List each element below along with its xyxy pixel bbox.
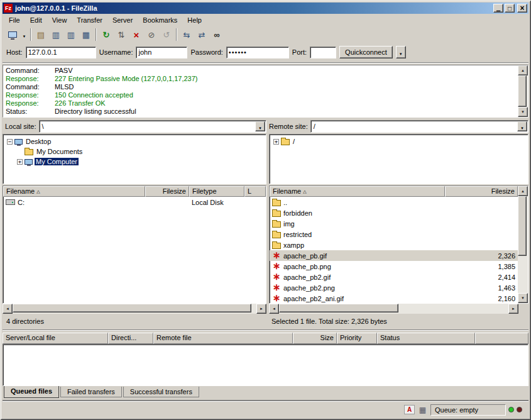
tab-successful-transfers[interactable]: Successful transfers xyxy=(123,387,199,397)
minimize-button[interactable] xyxy=(493,4,503,13)
filezilla-logo-icon: Fz xyxy=(4,4,13,13)
expand-icon[interactable] xyxy=(273,139,279,145)
column-filesize[interactable]: Filesize xyxy=(145,186,189,197)
log-line-text: 226 Transfer OK xyxy=(55,99,106,108)
file-row-apache-pb2-png[interactable]: apache_pb2.png 1,463 xyxy=(270,282,518,293)
local-file-list: Filename Filesize Filetype L C: Local Di… xyxy=(3,185,266,304)
directory-comparison-button[interactable] xyxy=(179,28,194,41)
menu-help[interactable]: Help xyxy=(182,15,207,25)
refresh-button[interactable] xyxy=(99,28,114,41)
synchronized-browsing-button[interactable] xyxy=(194,28,209,41)
column-server-local-file[interactable]: Server/Local file xyxy=(3,333,108,344)
scroll-track[interactable] xyxy=(279,304,508,314)
tree-item-root[interactable]: / xyxy=(271,136,527,146)
column-priority[interactable]: Priority xyxy=(337,333,377,344)
remote-site-dropdown-button[interactable] xyxy=(517,121,527,131)
column-size[interactable]: Size xyxy=(293,333,337,344)
file-row-apache-pb-png[interactable]: apache_pb.png 1,385 xyxy=(270,261,518,272)
file-name: apache_pb.png xyxy=(283,263,331,270)
quickconnect-button[interactable]: Quickconnect xyxy=(339,46,393,58)
local-site-combo[interactable]: \ xyxy=(39,120,266,133)
scroll-track[interactable] xyxy=(13,304,256,314)
close-icon xyxy=(520,4,524,13)
find-files-button[interactable] xyxy=(209,28,224,41)
tab-queued-files[interactable]: Queued files xyxy=(4,386,59,398)
site-manager-button[interactable] xyxy=(5,28,20,41)
file-row-apache-pb-gif[interactable]: apache_pb.gif 2,326 xyxy=(270,250,518,261)
local-site-row: Local site: \ xyxy=(3,120,266,133)
queue-body[interactable] xyxy=(3,344,528,386)
menu-transfer[interactable]: Transfer xyxy=(72,15,107,25)
toggle-message-log-button[interactable] xyxy=(33,28,48,41)
toggle-queue-button[interactable] xyxy=(79,28,94,41)
file-row-c-drive[interactable]: C: Local Disk xyxy=(3,197,266,207)
scroll-left-button[interactable] xyxy=(3,304,13,314)
password-input[interactable] xyxy=(226,47,289,58)
file-row-parent-dir[interactable]: .. xyxy=(270,197,518,207)
column-filetype[interactable]: Filetype xyxy=(189,186,244,197)
username-input[interactable] xyxy=(136,47,187,58)
tree-item-my-documents[interactable]: My Documents xyxy=(4,146,265,157)
disconnect-button[interactable] xyxy=(144,28,159,41)
scroll-thumb[interactable] xyxy=(518,75,527,107)
tree-item-desktop[interactable]: Desktop xyxy=(4,136,265,146)
column-remote-file[interactable]: Remote file xyxy=(153,333,293,344)
site-manager-dropdown-button[interactable] xyxy=(20,28,28,41)
process-queue-button[interactable] xyxy=(114,28,129,41)
local-site-dropdown-button[interactable] xyxy=(255,121,265,131)
file-row-apache-pb2-ani-gif[interactable]: apache_pb2_ani.gif 2,160 xyxy=(270,293,518,303)
tab-failed-transfers[interactable]: Failed transfers xyxy=(60,387,122,397)
menu-server[interactable]: Server xyxy=(107,15,138,25)
scroll-up-button[interactable] xyxy=(518,65,528,75)
local-list-hscrollbar[interactable] xyxy=(3,304,266,314)
file-row-apache-pb2-gif[interactable]: apache_pb2.gif 2,414 xyxy=(270,272,518,282)
close-button[interactable] xyxy=(517,4,527,13)
scroll-thumb[interactable] xyxy=(13,304,251,312)
scroll-thumb[interactable] xyxy=(518,196,527,256)
file-row-restricted[interactable]: restricted xyxy=(270,229,518,240)
minimize-icon xyxy=(496,5,500,11)
scroll-left-button[interactable] xyxy=(269,304,279,314)
menu-view[interactable]: View xyxy=(47,15,72,25)
column-direction[interactable]: Directi... xyxy=(108,333,153,344)
ascii-transfer-type-icon[interactable]: A xyxy=(404,405,415,414)
remote-list-hscrollbar[interactable] xyxy=(269,304,518,314)
column-last-modified[interactable]: L xyxy=(244,186,266,197)
host-input[interactable] xyxy=(26,47,96,58)
log-scrollbar[interactable] xyxy=(518,65,528,117)
file-size: 1,463 xyxy=(445,284,518,292)
scroll-down-button[interactable] xyxy=(518,293,528,303)
scroll-right-button[interactable] xyxy=(508,304,518,314)
scroll-track[interactable] xyxy=(518,196,528,293)
send-activity-led xyxy=(517,407,522,412)
remote-list-scrollbar[interactable] xyxy=(518,186,528,303)
scroll-track[interactable] xyxy=(518,75,528,107)
expand-icon[interactable] xyxy=(17,159,23,165)
collapse-icon[interactable] xyxy=(7,139,13,145)
column-filename[interactable]: Filename xyxy=(3,186,145,197)
toggle-local-tree-button[interactable] xyxy=(48,28,63,41)
menu-edit[interactable]: Edit xyxy=(25,15,47,25)
titlebar[interactable]: Fz john@127.0.0.1 - FileZilla xyxy=(3,3,528,14)
scroll-right-button[interactable] xyxy=(256,304,266,314)
file-row-xampp[interactable]: xampp xyxy=(270,240,518,250)
maximize-button[interactable] xyxy=(505,4,515,13)
column-status[interactable]: Status xyxy=(377,333,475,344)
file-row-forbidden[interactable]: forbidden xyxy=(270,207,518,218)
quickconnect-dropdown-button[interactable] xyxy=(396,46,406,58)
tree-item-my-computer[interactable]: My Computer xyxy=(4,157,265,167)
menu-file[interactable]: File xyxy=(4,15,25,25)
toggle-remote-tree-button[interactable] xyxy=(63,28,79,41)
scroll-up-button[interactable] xyxy=(518,186,528,196)
cancel-button[interactable] xyxy=(129,28,144,41)
scroll-down-button[interactable] xyxy=(518,107,528,117)
port-input[interactable] xyxy=(310,47,336,58)
scroll-thumb[interactable] xyxy=(279,304,398,312)
indicator-grid-icon[interactable] xyxy=(417,405,428,414)
remote-site-combo[interactable]: / xyxy=(310,120,528,133)
menu-bookmarks[interactable]: Bookmarks xyxy=(138,15,182,25)
file-row-img[interactable]: img xyxy=(270,218,518,229)
column-filename[interactable]: Filename xyxy=(270,186,445,197)
reconnect-button[interactable] xyxy=(159,28,174,41)
column-filesize[interactable]: Filesize xyxy=(445,186,518,197)
